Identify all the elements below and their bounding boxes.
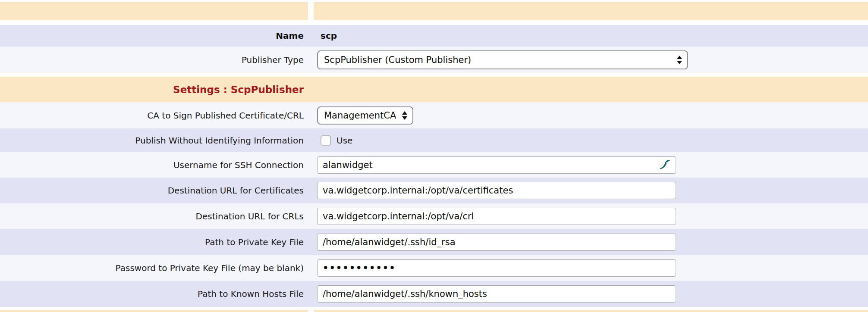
password-label: Password to Private Key File (may be bla… — [116, 263, 304, 273]
ca-label: CA to Sign Published Certificate/CRL — [147, 110, 304, 121]
column-divider — [308, 178, 314, 203]
settings-header-title: Settings : ScpPublisher — [173, 84, 304, 95]
section-gap — [0, 307, 868, 310]
column-divider — [308, 77, 314, 102]
anonymize-label: Publish Without Identifying Information — [135, 135, 304, 146]
known-hosts-row: Path to Known Hosts File — [0, 281, 868, 307]
column-divider — [308, 102, 314, 128]
publisher-type-label: Publisher Type — [242, 55, 304, 65]
column-divider — [308, 2, 314, 20]
password-row: Password to Private Key File (may be bla… — [0, 255, 868, 281]
cert-url-row: Destination URL for Certificates — [0, 178, 868, 203]
column-divider — [308, 310, 314, 312]
column-divider — [308, 47, 314, 73]
name-value: scp — [321, 31, 337, 41]
cert-url-label: Destination URL for Certificates — [168, 185, 304, 196]
column-divider — [308, 128, 314, 152]
use-checkbox-label: Use — [337, 135, 352, 146]
column-divider — [308, 281, 314, 307]
crl-url-row: Destination URL for CRLs — [0, 203, 868, 229]
username-input[interactable] — [317, 156, 676, 174]
section-gap — [0, 73, 868, 77]
column-divider — [308, 203, 314, 229]
crl-url-label: Destination URL for CRLs — [196, 211, 304, 222]
column-divider — [308, 25, 314, 47]
username-input-wrap — [317, 156, 676, 174]
up-down-spinner-icon — [402, 111, 407, 120]
ca-select[interactable]: ManagementCA — [317, 106, 413, 125]
username-row: Username for SSH Connection — [0, 152, 868, 178]
section-band-bottom-left — [0, 310, 308, 312]
section-band-top — [0, 2, 868, 20]
private-key-label: Path to Private Key File — [205, 237, 304, 247]
cert-url-input[interactable] — [317, 182, 676, 199]
settings-header-row: Settings : ScpPublisher — [0, 77, 868, 102]
up-down-spinner-icon — [677, 56, 682, 64]
publisher-type-select[interactable]: ScpPublisher (Custom Publisher) — [317, 50, 688, 69]
section-band-bottom — [0, 310, 868, 312]
publisher-type-selected-value: ScpPublisher (Custom Publisher) — [324, 55, 471, 65]
name-label: Name — [276, 31, 304, 41]
name-row: Name scp — [0, 25, 868, 47]
private-key-input[interactable] — [317, 234, 676, 251]
use-checkbox[interactable] — [321, 135, 331, 146]
publisher-type-row: Publisher Type ScpPublisher (Custom Publ… — [0, 47, 868, 73]
known-hosts-input[interactable] — [317, 285, 676, 303]
password-input[interactable] — [317, 259, 676, 277]
known-hosts-label: Path to Known Hosts File — [198, 289, 304, 299]
edit-publisher-page: Name scp Publisher Type ScpPublisher (Cu… — [0, 0, 868, 312]
section-band-top-left — [0, 2, 308, 20]
ca-row: CA to Sign Published Certificate/CRL Man… — [0, 102, 868, 128]
column-divider — [308, 229, 314, 255]
column-divider — [308, 152, 314, 178]
ca-selected-value: ManagementCA — [324, 110, 396, 121]
crl-url-input[interactable] — [317, 208, 676, 225]
section-gap — [0, 20, 868, 25]
username-label: Username for SSH Connection — [173, 160, 304, 170]
section-band-top-right — [314, 2, 868, 20]
column-divider — [308, 255, 314, 281]
dashlane-impala-icon[interactable] — [658, 159, 671, 172]
section-band-bottom-right — [314, 310, 868, 312]
private-key-row: Path to Private Key File — [0, 229, 868, 255]
anonymize-row: Publish Without Identifying Information … — [0, 128, 868, 152]
